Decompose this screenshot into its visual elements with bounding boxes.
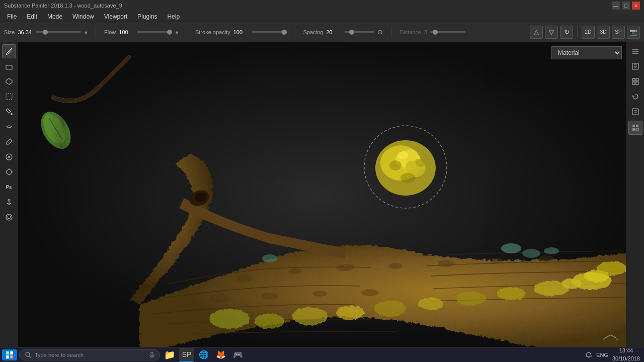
spacing-value: 20 (326, 29, 341, 35)
svg-rect-70 (632, 78, 635, 81)
material-tool[interactable] (2, 150, 16, 164)
sep1 (96, 26, 96, 38)
brush-hardness-dot: ● (84, 29, 88, 35)
flow-label: Flow (104, 29, 116, 35)
paint-blob (375, 140, 436, 196)
axis-indicator: L R (602, 331, 622, 343)
history-panel-btn[interactable] (628, 89, 642, 104)
svg-text:R: R (616, 337, 618, 341)
svg-point-3 (11, 113, 13, 115)
flip-horizontal-btn[interactable]: △ (530, 26, 543, 39)
opacity-label: Stroke opacity (195, 29, 230, 35)
svg-point-23 (438, 260, 454, 267)
spacing-mode-btn[interactable]: ⊙ (377, 28, 383, 36)
menu-help[interactable]: Help (163, 12, 185, 21)
svg-point-55 (398, 151, 408, 159)
sep2 (187, 26, 187, 38)
spacing-slider[interactable] (344, 31, 374, 33)
properties-panel-btn[interactable] (628, 59, 642, 73)
menu-plugins[interactable]: Plugins (132, 12, 162, 21)
taskbar-firefox[interactable]: 🦊 (213, 348, 228, 362)
svg-point-44 (501, 243, 521, 253)
flip-vertical-btn[interactable]: ▽ (545, 26, 558, 39)
polygon-fill-tool[interactable] (2, 74, 16, 88)
anchor-tool[interactable] (2, 195, 16, 209)
taskbar-file-explorer[interactable]: 📁 (162, 348, 177, 362)
size-slider[interactable] (36, 31, 81, 33)
viewport[interactable]: Material Metallic Roughness BaseColor No… (18, 42, 626, 347)
svg-point-42 (597, 261, 626, 276)
screenshot-btn[interactable]: 📷 (627, 26, 640, 39)
svg-line-86 (29, 356, 31, 358)
photoshop-tool[interactable]: Ps (2, 180, 16, 194)
title-bar: Substance Painter 2018.1.3 - wood_autosa… (0, 0, 644, 11)
distance-label: Distance (399, 29, 421, 35)
distance-slider[interactable] (430, 31, 465, 33)
window-controls: — □ ✕ (612, 2, 640, 10)
start-button[interactable] (2, 349, 17, 360)
menu-file[interactable]: File (2, 12, 22, 21)
main-layout: Ps (0, 42, 644, 347)
camera-3d-btn[interactable]: 3D (597, 26, 610, 39)
close-button[interactable]: ✕ (632, 2, 640, 10)
rotate-btn[interactable]: ↻ (560, 26, 573, 39)
taskbar-substance-painter[interactable]: SP (179, 348, 194, 362)
svg-point-24 (490, 258, 503, 264)
clock-time: 13:44 (612, 347, 640, 354)
menu-edit[interactable]: Edit (22, 12, 42, 21)
sep3 (295, 26, 295, 38)
window-title: Substance Painter 2018.1.3 - wood_autosa… (4, 3, 612, 9)
camera-2d-btn[interactable]: 2D (582, 26, 595, 39)
selection-tool[interactable] (2, 89, 16, 104)
sep4 (391, 26, 391, 38)
bake-tool[interactable] (2, 165, 16, 179)
taskbar-steam[interactable]: 🎮 (230, 348, 246, 362)
svg-point-31 (255, 314, 285, 329)
taskbar-search[interactable]: Type here to search (19, 349, 160, 360)
camera-split-btn[interactable]: SP (612, 26, 625, 39)
svg-rect-82 (10, 351, 13, 354)
language-indicator: ENG (596, 352, 608, 358)
notification-icon[interactable] (585, 351, 592, 358)
svg-text:L: L (603, 337, 605, 341)
size-value: 36.34 (18, 29, 33, 35)
log-panel-btn[interactable] (628, 105, 642, 119)
smudge-tool[interactable] (2, 120, 16, 134)
taskbar-clock: 13:44 30/10/2018 (612, 347, 640, 362)
spacing-group: Spacing 20 ⊙ (303, 28, 383, 36)
svg-rect-74 (632, 109, 638, 115)
svg-point-45 (522, 249, 540, 258)
svg-rect-83 (6, 355, 9, 358)
asset-btn[interactable] (628, 121, 642, 135)
clock-date: 30/10/2018 (612, 355, 640, 363)
flow-slider[interactable] (137, 31, 172, 33)
coin-tool[interactable] (2, 210, 16, 224)
svg-point-32 (292, 307, 328, 325)
svg-rect-73 (636, 82, 638, 84)
minimize-button[interactable]: — (612, 2, 620, 10)
size-group: Size 36.34 ● (4, 29, 88, 35)
taskbar-chrome[interactable]: 🌐 (196, 348, 211, 362)
texture-panel-btn[interactable] (628, 74, 642, 88)
material-selector[interactable]: Material Metallic Roughness BaseColor No… (551, 46, 622, 59)
opacity-slider[interactable] (252, 31, 287, 33)
brush-tool[interactable] (2, 44, 16, 58)
paint-bucket-tool[interactable] (2, 105, 16, 119)
flow-dot: ● (175, 29, 179, 35)
size-label: Size (4, 29, 15, 35)
svg-rect-77 (632, 125, 635, 127)
svg-point-37 (497, 287, 525, 300)
eye-dropper-tool[interactable] (2, 135, 16, 149)
eraser-tool[interactable] (2, 59, 16, 73)
svg-point-13 (6, 214, 12, 220)
material-dropdown[interactable]: Material Metallic Roughness BaseColor No… (551, 46, 622, 59)
menu-bar: File Edit Mode Window Viewport Plugins H… (0, 11, 644, 22)
scene-canvas (18, 42, 626, 347)
maximize-button[interactable]: □ (622, 2, 630, 10)
layers-panel-btn[interactable] (628, 44, 642, 58)
menu-viewport[interactable]: Viewport (99, 12, 132, 21)
microphone-icon (149, 351, 154, 358)
axis-svg: L R (602, 331, 622, 341)
menu-mode[interactable]: Mode (42, 12, 67, 21)
menu-window[interactable]: Window (67, 12, 99, 21)
